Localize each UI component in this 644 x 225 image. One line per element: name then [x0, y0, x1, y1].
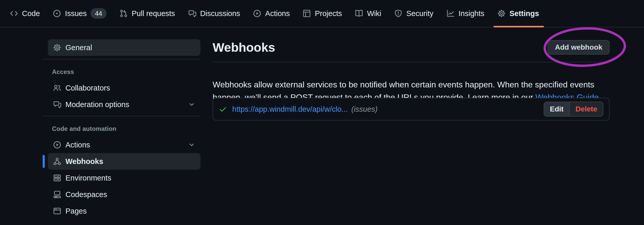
- git-pull-request-icon: [119, 9, 128, 18]
- edit-webhook-button[interactable]: Edit: [544, 102, 569, 116]
- webhook-actions-group: Edit Delete: [544, 102, 603, 117]
- graph-icon: [446, 9, 455, 18]
- webhooks-header-row: Webhooks Add webhook: [213, 38, 610, 56]
- code-icon: [10, 9, 18, 18]
- sidebar-item-label: Codespaces: [65, 190, 107, 199]
- codespaces-icon: [53, 190, 61, 199]
- nav-tab-insights[interactable]: Insights: [440, 0, 491, 27]
- nav-tab-actions[interactable]: Actions: [246, 0, 296, 27]
- sidebar-item-label: General: [65, 43, 92, 52]
- nav-tab-code[interactable]: Code: [10, 0, 46, 27]
- nav-tab-issues[interactable]: Issues 44: [46, 0, 113, 27]
- table-icon: [303, 9, 311, 18]
- nav-tab-projects[interactable]: Projects: [296, 0, 348, 27]
- sidebar-item-webhooks[interactable]: Webhooks: [48, 153, 200, 170]
- sidebar-item-general[interactable]: General: [48, 39, 200, 56]
- sidebar-item-pages[interactable]: Pages: [48, 203, 200, 219]
- nav-tab-label: Projects: [315, 9, 342, 18]
- webhook-list-item: https://app.windmill.dev/api/w/clo... (i…: [213, 98, 610, 121]
- book-icon: [355, 9, 363, 18]
- comment-discussion-icon: [188, 9, 196, 18]
- comment-discussion-icon: [53, 100, 61, 109]
- nav-tab-label: Security: [406, 9, 433, 18]
- nav-tab-label: Pull requests: [132, 9, 175, 18]
- sidebar-item-label: Pages: [65, 207, 87, 215]
- sidebar-item-collaborators[interactable]: Collaborators: [48, 80, 200, 96]
- sidebar-item-label: Webhooks: [65, 157, 103, 166]
- nav-tab-discussions[interactable]: Discussions: [182, 0, 247, 27]
- sidebar-item-actions[interactable]: Actions: [48, 137, 200, 153]
- sidebar-item-label: Environments: [65, 174, 111, 182]
- webhook-icon: [53, 157, 61, 166]
- nav-tab-label: Insights: [459, 9, 484, 18]
- gear-icon: [53, 43, 61, 52]
- chevron-down-icon: [188, 141, 195, 148]
- issue-opened-icon: [53, 9, 61, 18]
- add-webhook-button[interactable]: Add webhook: [548, 40, 610, 55]
- header-divider: [213, 62, 610, 62]
- play-icon: [253, 9, 261, 18]
- page-title: Webhooks: [213, 40, 275, 55]
- sidebar-item-label: Collaborators: [65, 84, 110, 92]
- server-icon: [53, 174, 61, 182]
- delete-webhook-button[interactable]: Delete: [569, 102, 603, 116]
- webhook-url-link[interactable]: https://app.windmill.dev/api/w/clo...: [232, 105, 348, 114]
- sidebar-item-moderation-options[interactable]: Moderation options: [48, 96, 200, 113]
- nav-tab-label: Settings: [510, 9, 539, 18]
- nav-tab-label: Discussions: [200, 9, 240, 18]
- sidebar-divider: [43, 59, 200, 59]
- sidebar-item-codespaces[interactable]: Codespaces: [48, 186, 200, 203]
- nav-tab-wiki[interactable]: Wiki: [348, 0, 388, 27]
- nav-tab-label: Wiki: [367, 9, 381, 18]
- nav-tab-settings[interactable]: Settings: [491, 0, 545, 27]
- repo-tab-nav: Code Issues 44 Pull requests Discussions…: [0, 0, 644, 27]
- issues-count-badge: 44: [91, 8, 107, 19]
- sidebar-item-label: Moderation options: [65, 100, 129, 109]
- chevron-down-icon: [188, 101, 195, 108]
- check-icon: [219, 105, 227, 113]
- sidebar-item-label: Actions: [65, 141, 90, 149]
- sidebar-section-code-automation: Code and automation: [52, 125, 200, 132]
- nav-tab-label: Issues: [65, 9, 87, 18]
- nav-tab-pull-requests[interactable]: Pull requests: [113, 0, 182, 27]
- nav-tab-security[interactable]: Security: [388, 0, 440, 27]
- nav-tab-label: Actions: [265, 9, 290, 18]
- sidebar-item-environments[interactable]: Environments: [48, 170, 200, 186]
- gear-icon: [497, 9, 506, 18]
- nav-tab-label: Code: [22, 9, 40, 18]
- browser-icon: [53, 207, 61, 215]
- shield-icon: [394, 9, 402, 18]
- sidebar-divider: [43, 116, 200, 116]
- webhook-events-label: (issues): [351, 105, 378, 114]
- people-icon: [53, 84, 61, 92]
- play-icon: [53, 141, 61, 149]
- settings-sidebar: General Access Collaborators Moderation …: [43, 39, 200, 219]
- sidebar-section-access: Access: [52, 68, 200, 76]
